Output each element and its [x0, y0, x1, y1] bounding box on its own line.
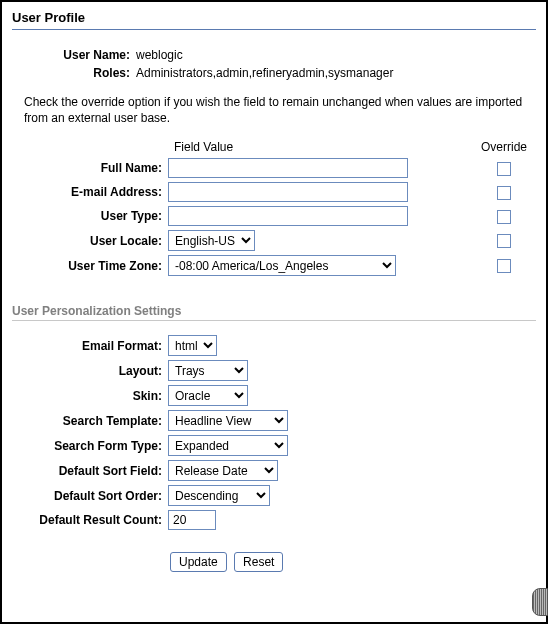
search-template-label: Search Template:: [12, 414, 168, 428]
user-info-block: User Name: weblogic Roles: Administrator…: [12, 48, 536, 80]
user-timezone-override-checkbox[interactable]: [497, 259, 511, 273]
title-divider: [12, 29, 536, 30]
override-instructions: Check the override option if you wish th…: [24, 94, 532, 126]
search-form-type-label: Search Form Type:: [12, 439, 168, 453]
user-type-input[interactable]: [168, 206, 408, 226]
user-profile-window: User Profile User Name: weblogic Roles: …: [0, 0, 548, 624]
override-header: Override: [472, 140, 536, 154]
personalization-divider: [12, 320, 536, 321]
layout-select[interactable]: Trays: [168, 360, 248, 381]
default-sort-field-select[interactable]: Release Date: [168, 460, 278, 481]
personalization-section-title: User Personalization Settings: [12, 304, 536, 320]
username-value: weblogic: [136, 48, 536, 62]
email-format-select[interactable]: html: [168, 335, 217, 356]
full-name-label: Full Name:: [12, 161, 168, 175]
user-timezone-label: User Time Zone:: [12, 259, 168, 273]
default-sort-field-label: Default Sort Field:: [12, 464, 168, 478]
reset-button[interactable]: Reset: [234, 552, 283, 572]
page-title: User Profile: [12, 8, 536, 29]
user-type-override-checkbox[interactable]: [497, 210, 511, 224]
user-timezone-select[interactable]: -08:00 America/Los_Angeles: [168, 255, 396, 276]
search-form-type-select[interactable]: Expanded: [168, 435, 288, 456]
button-row: Update Reset: [170, 552, 536, 572]
search-template-select[interactable]: Headline View: [168, 410, 288, 431]
skin-label: Skin:: [12, 389, 168, 403]
default-sort-order-select[interactable]: Descending: [168, 485, 270, 506]
email-override-checkbox[interactable]: [497, 186, 511, 200]
email-format-label: Email Format:: [12, 339, 168, 353]
user-type-label: User Type:: [12, 209, 168, 223]
user-locale-override-checkbox[interactable]: [497, 234, 511, 248]
default-sort-order-label: Default Sort Order:: [12, 489, 168, 503]
username-label: User Name:: [12, 48, 136, 62]
user-locale-label: User Locale:: [12, 234, 168, 248]
field-header-row: Field Value Override: [12, 140, 536, 154]
full-name-override-checkbox[interactable]: [497, 162, 511, 176]
default-result-count-input[interactable]: [168, 510, 216, 530]
layout-label: Layout:: [12, 364, 168, 378]
email-input[interactable]: [168, 182, 408, 202]
full-name-input[interactable]: [168, 158, 408, 178]
resize-grip-icon[interactable]: [532, 588, 548, 616]
default-result-count-label: Default Result Count:: [12, 513, 168, 527]
user-locale-select[interactable]: English-US: [168, 230, 255, 251]
email-label: E-mail Address:: [12, 185, 168, 199]
skin-select[interactable]: Oracle: [168, 385, 248, 406]
roles-value: Administrators,admin,refineryadmin,sysma…: [136, 66, 536, 80]
update-button[interactable]: Update: [170, 552, 227, 572]
field-value-header: Field Value: [168, 140, 472, 154]
roles-label: Roles:: [12, 66, 136, 80]
